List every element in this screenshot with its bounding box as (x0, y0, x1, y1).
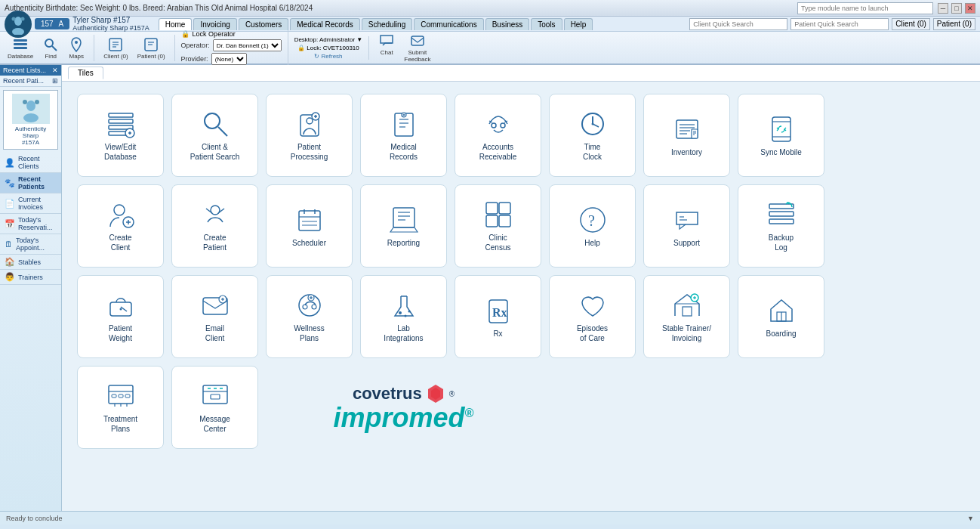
medical-records-icon (389, 109, 419, 139)
sidebar-item-recent-clients[interactable]: 👤 Recent Clients (0, 153, 61, 173)
tab-business[interactable]: Business (485, 18, 530, 30)
patient-quick-search[interactable] (790, 18, 889, 30)
scrollbar-placeholder[interactable]: ▼ (967, 515, 974, 522)
backup-log-icon (766, 200, 797, 230)
maps-btn[interactable]: Maps (65, 35, 88, 61)
tile-lab-integrations[interactable]: LabIntegrations (360, 275, 447, 358)
svg-point-9 (75, 41, 78, 44)
sidebar-options-btn[interactable]: ⊞ (52, 77, 58, 85)
patient-name[interactable]: Tyler Sharp #157 Authenticity Sharp #157… (72, 16, 149, 32)
tab-invoicing[interactable]: Invoicing (193, 18, 236, 30)
tile-boarding[interactable]: Boarding (738, 275, 824, 358)
tile-email-client[interactable]: EmailClient (171, 275, 258, 358)
operator-select[interactable]: Dr. Dan Bonnett (1) (213, 39, 282, 51)
tab-scheduling[interactable]: Scheduling (362, 18, 412, 30)
tile-reporting[interactable]: Reporting (360, 184, 447, 268)
tile-episodes-of-care[interactable]: Episodesof Care (549, 275, 636, 358)
patient-id-badge[interactable]: 157 A (35, 18, 69, 29)
tile-help[interactable]: ? Help (549, 184, 636, 268)
svg-rect-4 (14, 39, 27, 42)
tab-customers[interactable]: Customers (239, 18, 288, 30)
sidebar-collapse-btn[interactable]: ✕ (52, 67, 58, 74)
tile-treatment-plans[interactable]: TreatmentPlans (77, 366, 164, 449)
tile-patient-processing[interactable]: PatientProcessing (266, 94, 353, 177)
tile-view-edit-database[interactable]: View/EditDatabase (77, 94, 164, 177)
tile-stable-trainer-invoicing[interactable]: Stable Trainer/Invoicing (643, 275, 730, 358)
tile-accounts-receivable[interactable]: AccountsReceivable (455, 94, 541, 177)
tile-support[interactable]: Support (643, 184, 730, 268)
tab-communications[interactable]: Communications (414, 18, 483, 30)
recent-patients-header: Recent Pati... ⊞ (0, 76, 61, 87)
search-button[interactable]: Client (0) (892, 18, 930, 30)
provider-select[interactable]: (None) (211, 53, 247, 65)
recent-patients-label: Recent Patients (18, 175, 57, 190)
tile-time-clock[interactable]: TimeClock (549, 94, 636, 177)
tile-sync-mobile[interactable]: Sync Mobile (738, 94, 824, 177)
database-btn[interactable]: Database (5, 35, 36, 61)
svg-point-20 (23, 100, 27, 104)
svg-point-29 (205, 113, 220, 128)
patient-weight-icon (106, 290, 136, 320)
svg-rect-22 (109, 113, 133, 117)
lock-label: 🔒 Lock: CVET100310 (297, 45, 359, 51)
inventory-label: Inventory (671, 147, 702, 157)
patient-card-name: Authenticity Sharp (7, 125, 54, 139)
svg-rect-79 (499, 215, 510, 227)
ribbon: Database Find Maps Client (0) Patient (0… (0, 32, 980, 65)
provider-row: Provider: (None) (181, 53, 282, 65)
tile-message-center[interactable]: MessageCenter (171, 366, 258, 449)
tile-inventory[interactable]: Inventory (643, 94, 730, 177)
svg-point-48 (591, 123, 593, 125)
today-appointments-icon: 🗓 (5, 240, 13, 249)
today-reservations-icon: 📅 (5, 219, 15, 229)
svg-rect-6 (14, 47, 27, 49)
maps-label: Maps (69, 53, 84, 60)
treatment-plans-label: TreatmentPlans (103, 414, 137, 434)
refresh-btn[interactable]: ↻ Refresh (314, 53, 342, 60)
maximize-button[interactable]: □ (951, 3, 962, 14)
tile-wellness-plans[interactable]: WellnessPlans (266, 275, 353, 358)
sidebar-item-today-appointments[interactable]: 🗓 Today's Appoint... (0, 234, 61, 255)
client-patient-search-bar: Client (0) Patient (0) (689, 18, 975, 30)
tab-help[interactable]: Help (564, 18, 593, 30)
tab-tiles[interactable]: Tiles (68, 67, 103, 79)
chat-btn[interactable]: Chat (375, 31, 398, 64)
tile-client-patient-search[interactable]: Client &Patient Search (171, 94, 258, 177)
tab-home[interactable]: Home (159, 18, 193, 30)
tab-tools[interactable]: Tools (531, 18, 562, 30)
client-quick-search[interactable] (689, 18, 787, 30)
submit-feedback-btn[interactable]: SubmitFeedback (401, 31, 433, 64)
tile-scheduler[interactable]: Scheduler (266, 184, 353, 268)
sidebar-item-current-invoices[interactable]: 📄 Current Invoices (0, 193, 61, 214)
minimize-button[interactable]: ─ (938, 3, 948, 14)
patient-notes-btn[interactable]: Patient (0) (134, 35, 168, 61)
tile-create-patient[interactable]: CreatePatient (171, 184, 258, 268)
sidebar-item-stables[interactable]: 🏠 Stables (0, 255, 61, 270)
tab-medical-records[interactable]: Medical Records (290, 18, 359, 30)
sidebar-item-recent-patients[interactable]: 🐾 Recent Patients (0, 173, 61, 193)
tile-backup-log[interactable]: BackupLog (738, 184, 824, 268)
tile-clinic-census[interactable]: ClinicCensus (455, 184, 541, 268)
module-search-input[interactable] (797, 2, 933, 14)
backup-log-label: BackupLog (769, 233, 794, 252)
recent-lists-label: Recent Lists... (3, 67, 46, 74)
email-client-icon (200, 290, 230, 320)
clinic-census-label: ClinicCensus (485, 233, 511, 252)
support-icon (672, 205, 702, 235)
tile-create-client[interactable]: CreateClient (77, 184, 164, 268)
svg-rect-115 (119, 394, 123, 398)
patient-card[interactable]: Authenticity Sharp #157A (3, 90, 58, 150)
today-appointments-label: Today's Appoint... (16, 237, 57, 252)
close-button[interactable]: ✕ (965, 3, 975, 14)
sidebar-item-today-reservations[interactable]: 📅 Today's Reservati... (0, 214, 61, 234)
tiles-container: View/EditDatabase Client &Patient Search… (62, 82, 980, 461)
tile-rx[interactable]: Rx Rx (455, 275, 541, 358)
find-btn[interactable]: Find (39, 35, 62, 61)
client-notes-btn[interactable]: Client (0) (100, 35, 131, 61)
sidebar-item-trainers[interactable]: 👨 Trainers (0, 270, 61, 285)
patient-btn[interactable]: Patient (0) (933, 18, 975, 30)
tile-patient-weight[interactable]: PatientWeight (77, 275, 164, 358)
tile-medical-records[interactable]: MedicalRecords (360, 94, 447, 177)
patient-notes-label: Patient (0) (137, 53, 165, 60)
recent-patients-icon: 🐾 (5, 178, 15, 188)
